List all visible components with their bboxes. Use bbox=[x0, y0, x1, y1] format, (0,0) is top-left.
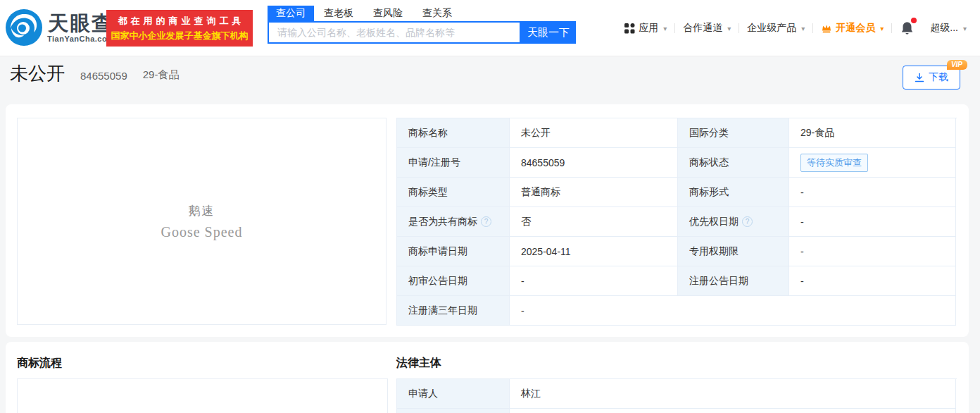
legal-label bbox=[397, 409, 510, 413]
apps-grid-icon bbox=[624, 23, 635, 34]
legal-entity-table: 申请人 林江 bbox=[396, 378, 957, 413]
detail-value: - bbox=[789, 266, 956, 296]
detail-label: 申请/注册号 bbox=[397, 148, 510, 178]
help-icon[interactable]: ? bbox=[742, 216, 753, 227]
promo-line1: 都在用的商业查询工具 bbox=[118, 15, 245, 27]
bell-icon bbox=[900, 21, 914, 36]
legal-value: 林江 bbox=[510, 379, 956, 409]
detail-label: 商标形式 bbox=[678, 178, 789, 207]
table-row: 商标申请日期 2025-04-11 专用权期限 - bbox=[397, 237, 957, 266]
download-button[interactable]: 下载 VIP bbox=[903, 66, 960, 90]
detail-label-text: 是否为共有商标 bbox=[408, 216, 477, 228]
notifications-button[interactable] bbox=[892, 21, 922, 36]
detail-label: 商标状态 bbox=[678, 148, 789, 178]
chevron-down-icon: ▾ bbox=[801, 25, 805, 32]
chevron-down-icon: ▾ bbox=[663, 25, 667, 32]
vip-badge: VIP bbox=[947, 60, 967, 70]
nav-apps[interactable]: 应用 ▾ bbox=[617, 22, 674, 35]
legal-value bbox=[510, 409, 956, 413]
detail-label: 专用权期限 bbox=[678, 237, 789, 266]
nav-enterprise[interactable]: 企业级产品 ▾ bbox=[739, 22, 812, 35]
table-row bbox=[397, 409, 957, 413]
table-row: 是否为共有商标 ? 否 优先权日期 ? - bbox=[397, 207, 957, 237]
crown-icon bbox=[821, 23, 832, 33]
detail-value: 否 bbox=[510, 207, 678, 237]
navbar-menu: 应用 ▾ 合作通道 ▾ 企业级产品 ▾ 开通会员 ▾ bbox=[617, 0, 974, 56]
detail-label-text: 优先权日期 bbox=[689, 216, 739, 228]
search-area: 查公司 查老板 查风险 查关系 天眼一下 bbox=[268, 6, 576, 44]
detail-value: - bbox=[510, 266, 678, 296]
trademark-image-en-text: Goose Speed bbox=[161, 224, 243, 240]
status-badge: 等待实质审查 bbox=[800, 154, 868, 172]
nav-apps-label: 应用 bbox=[639, 22, 658, 35]
top-navbar: 天眼查 TianYanCha.com 都在用的商业查询工具 国家中小企业发展子基… bbox=[0, 0, 980, 56]
brand-name: 天眼查 bbox=[48, 12, 113, 35]
legal-label: 申请人 bbox=[397, 379, 510, 409]
help-icon[interactable]: ? bbox=[481, 216, 491, 227]
detail-value: 84655059 bbox=[510, 148, 678, 178]
tab-company[interactable]: 查公司 bbox=[268, 6, 314, 21]
detail-value: 2025-04-11 bbox=[510, 237, 678, 266]
download-label: 下载 bbox=[929, 71, 948, 84]
tianyancha-logo-icon bbox=[6, 9, 42, 46]
chevron-down-icon: ▾ bbox=[880, 25, 884, 32]
trademark-category: 29-食品 bbox=[143, 68, 180, 86]
chevron-down-icon: ▾ bbox=[963, 25, 967, 32]
table-row: 初审公告日期 - 注册公告日期 - bbox=[397, 266, 957, 296]
detail-value: - bbox=[789, 237, 956, 266]
detail-label: 注册公告日期 bbox=[678, 266, 789, 296]
promo-line2: 国家中小企业发展子基金旗下机构 bbox=[111, 30, 249, 42]
table-row: 申请人 林江 bbox=[397, 379, 957, 409]
detail-label: 优先权日期 ? bbox=[678, 207, 789, 237]
detail-value: 29-食品 bbox=[789, 118, 956, 148]
brand-domain: TianYanCha.com bbox=[47, 35, 114, 43]
detail-value: 未公开 bbox=[510, 118, 678, 148]
nav-partner-label: 合作通道 bbox=[683, 22, 722, 35]
secondary-sections-card: 商标流程 法律主体 申请人 林江 bbox=[6, 342, 969, 413]
table-row: 注册满三年日期 - bbox=[397, 296, 957, 326]
trademark-detail-card: 鹅速 Goose Speed 商标名称 未公开 国际分类 29-食品 申请/注册… bbox=[6, 104, 969, 337]
trademark-details-table: 商标名称 未公开 国际分类 29-食品 申请/注册号 84655059 商标状态… bbox=[396, 118, 957, 326]
detail-label: 商标申请日期 bbox=[397, 237, 510, 266]
detail-value: 等待实质审查 bbox=[789, 148, 956, 178]
process-section-title: 商标流程 bbox=[17, 356, 62, 371]
search-button[interactable]: 天眼一下 bbox=[521, 21, 576, 44]
detail-label: 是否为共有商标 ? bbox=[397, 207, 510, 237]
table-row: 商标类型 普通商标 商标形式 - bbox=[397, 178, 957, 207]
chevron-down-icon: ▾ bbox=[727, 25, 731, 32]
detail-label: 国际分类 bbox=[678, 118, 789, 148]
nav-super-label: 超级... bbox=[930, 22, 958, 35]
table-row: 申请/注册号 84655059 商标状态 等待实质审查 bbox=[397, 148, 957, 178]
detail-value: - bbox=[789, 178, 956, 207]
tab-relation[interactable]: 查关系 bbox=[413, 6, 462, 21]
table-row: 商标名称 未公开 国际分类 29-食品 bbox=[397, 118, 957, 148]
registration-number: 84655059 bbox=[80, 70, 127, 86]
process-content-box bbox=[17, 378, 388, 413]
download-icon bbox=[915, 73, 924, 82]
nav-vip-upgrade[interactable]: 开通会员 ▾ bbox=[813, 22, 891, 35]
page-header: 未公开 84655059 29-食品 bbox=[10, 61, 179, 86]
nav-enterprise-label: 企业级产品 bbox=[747, 22, 796, 35]
trademark-image-cn-text: 鹅速 bbox=[189, 203, 215, 219]
detail-value: - bbox=[510, 296, 956, 326]
detail-label: 注册满三年日期 bbox=[397, 296, 510, 326]
detail-value: - bbox=[789, 207, 956, 237]
detail-value: 普通商标 bbox=[510, 178, 678, 207]
legal-section-title: 法律主体 bbox=[396, 356, 441, 371]
tianyancha-logo[interactable]: 天眼查 TianYanCha.com bbox=[6, 9, 114, 46]
nav-vip-label: 开通会员 bbox=[836, 22, 875, 35]
nav-super-vip[interactable]: 超级... ▾ bbox=[922, 22, 974, 35]
page-title: 未公开 bbox=[10, 61, 65, 86]
detail-label: 商标名称 bbox=[397, 118, 510, 148]
nav-partner[interactable]: 合作通道 ▾ bbox=[675, 22, 739, 35]
promo-badge: 都在用的商业查询工具 国家中小企业发展子基金旗下机构 bbox=[106, 10, 253, 47]
detail-label: 初审公告日期 bbox=[397, 266, 510, 296]
search-input[interactable] bbox=[268, 21, 521, 44]
trademark-image: 鹅速 Goose Speed bbox=[17, 118, 387, 325]
search-tabs: 查公司 查老板 查风险 查关系 bbox=[268, 6, 576, 21]
tab-risk[interactable]: 查风险 bbox=[363, 6, 413, 21]
tab-boss[interactable]: 查老板 bbox=[314, 6, 363, 21]
detail-label: 商标类型 bbox=[397, 178, 510, 207]
notification-dot bbox=[911, 18, 917, 23]
